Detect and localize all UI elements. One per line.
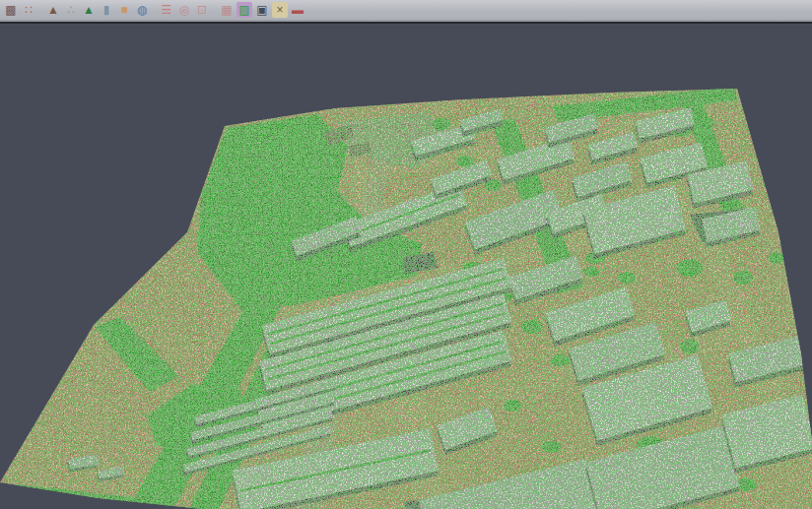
point-cloud-icon[interactable]: ∷ [21, 2, 36, 18]
terrain-green-icon[interactable]: ▲ [81, 2, 97, 18]
ortho-photo-icon[interactable]: ■ [116, 2, 132, 18]
toolbar-group-2: ▲∴▲▮■◍ [44, 2, 151, 18]
terrain-brown-icon[interactable]: ▲ [45, 2, 61, 18]
toolbar-group-4: ▦▨▣×▬ [218, 2, 306, 18]
globe-3d-icon[interactable]: ◍ [134, 2, 150, 18]
clip-cross-icon[interactable]: × [272, 2, 288, 18]
camera-icon[interactable]: ▣ [254, 2, 270, 18]
open-project-icon[interactable]: ▩ [3, 2, 19, 18]
grid-checker-icon[interactable]: ▦ [219, 2, 235, 18]
target-circle-icon[interactable]: ◎ [176, 2, 192, 18]
classification-palette-icon[interactable]: ▨ [237, 2, 252, 18]
zoom-extent-icon[interactable]: ⊡ [194, 2, 210, 18]
viewport-3d[interactable] [0, 22, 812, 509]
points-sparse-icon[interactable]: ∴ [63, 2, 79, 18]
profile-column-icon[interactable]: ▮ [99, 2, 114, 18]
remove-bar-icon[interactable]: ▬ [290, 2, 305, 18]
toolbar-group-3: ☰◎⊡ [158, 2, 211, 18]
point-cloud-canvas[interactable] [0, 24, 812, 509]
toolbar-group-1: ▩∷ [2, 2, 37, 18]
toolbar: ▩∷▲∴▲▮■◍☰◎⊡▦▨▣×▬ [0, 0, 812, 22]
layers-list-icon[interactable]: ☰ [159, 2, 174, 18]
